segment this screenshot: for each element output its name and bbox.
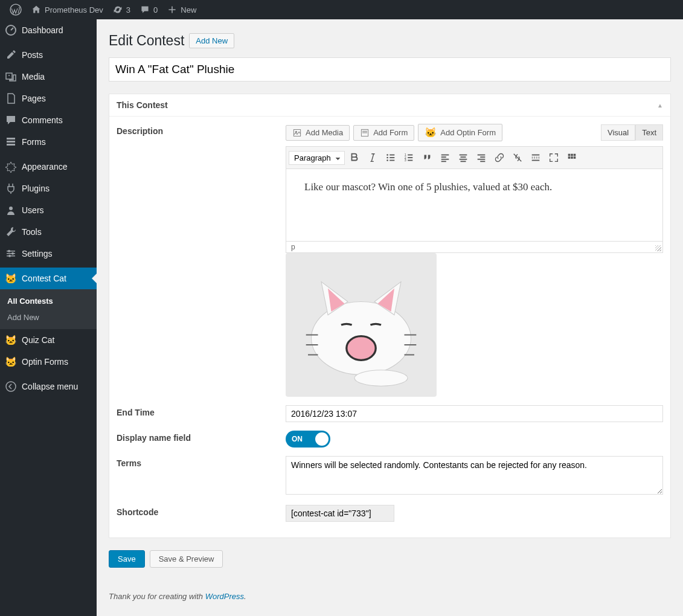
svg-rect-4 — [7, 141, 15, 143]
label: Tools — [22, 227, 42, 237]
align-right-button[interactable] — [473, 149, 490, 166]
sidebar-item-quiz-cat[interactable]: 🐱Quiz Cat — [0, 329, 97, 351]
add-optin-form-button[interactable]: 🐱Add Optin Form — [418, 124, 502, 141]
save-preview-button[interactable]: Save & Preview — [150, 550, 223, 568]
svg-rect-46 — [571, 154, 573, 156]
add-new-button[interactable]: Add New — [189, 33, 234, 48]
svg-rect-48 — [568, 156, 571, 159]
svg-text:3: 3 — [405, 158, 406, 162]
sidebar-item-dashboard[interactable]: Dashboard — [0, 19, 97, 41]
link-button[interactable] — [491, 149, 508, 166]
editor-toolbar: Paragraph 123 — [286, 146, 663, 169]
svg-point-13 — [6, 382, 16, 391]
toggle-knob — [315, 432, 329, 446]
svg-rect-22 — [390, 157, 394, 158]
shortcode-input[interactable] — [286, 505, 394, 522]
label: Forms — [22, 137, 46, 147]
svg-rect-31 — [441, 156, 446, 158]
panel-heading-text: This Contest — [117, 100, 168, 110]
svg-rect-3 — [7, 138, 15, 140]
more-button[interactable] — [527, 149, 544, 166]
page-title: Edit Contest — [109, 33, 184, 49]
bullet-list-button[interactable] — [382, 149, 399, 166]
unlink-button[interactable] — [509, 149, 526, 166]
cat-icon: 🐱 — [5, 334, 17, 346]
sidebar-item-optin-forms[interactable]: 🐱Optin Forms — [0, 351, 97, 373]
new-link[interactable]: New — [162, 5, 201, 14]
blockquote-button[interactable] — [418, 149, 435, 166]
contest-panel: This Contest ▲ Description Add Media Add… — [109, 94, 671, 538]
svg-point-53 — [354, 370, 408, 386]
comments-link[interactable]: 0 — [135, 5, 162, 14]
description-label: Description — [117, 124, 274, 136]
toolbar-toggle-button[interactable] — [563, 149, 580, 166]
contest-title-input[interactable] — [109, 57, 671, 82]
main-content: Edit Contest Add New This Contest ▲ Desc… — [97, 19, 683, 616]
visual-tab[interactable]: Visual — [601, 124, 635, 141]
svg-rect-34 — [460, 155, 467, 156]
panel-heading[interactable]: This Contest ▲ — [109, 94, 670, 117]
label: Dashboard — [22, 25, 63, 35]
svg-rect-29 — [408, 160, 412, 161]
align-left-button[interactable] — [437, 149, 454, 166]
site-link[interactable]: Prometheus Dev — [27, 5, 108, 14]
svg-rect-44 — [532, 160, 540, 161]
sidebar-item-contest-cat[interactable]: 🐱Contest Cat — [0, 268, 97, 289]
sidebar-item-pages[interactable]: Pages — [0, 88, 97, 109]
sidebar-item-forms[interactable]: Forms — [0, 131, 97, 153]
svg-point-6 — [9, 207, 13, 210]
terms-textarea[interactable]: Winners will be selected randomly. Conte… — [286, 456, 663, 495]
add-form-button[interactable]: Add Form — [353, 125, 414, 141]
sidebar-item-settings[interactable]: Settings — [0, 243, 97, 265]
svg-rect-37 — [461, 161, 466, 162]
wordpress-logo-icon[interactable] — [5, 4, 27, 16]
svg-point-18 — [386, 154, 388, 156]
display-name-label: Display name field — [117, 431, 274, 443]
submenu-all-contests[interactable]: All Contests — [0, 293, 97, 309]
svg-rect-41 — [480, 161, 485, 162]
format-select[interactable]: Paragraph — [289, 151, 345, 165]
svg-rect-17 — [362, 132, 367, 133]
save-button[interactable]: Save — [109, 550, 145, 568]
sidebar-item-posts[interactable]: Posts — [0, 44, 97, 66]
svg-rect-47 — [574, 154, 576, 156]
display-name-toggle[interactable]: ON — [286, 431, 330, 448]
fullscreen-button[interactable] — [545, 149, 562, 166]
svg-point-12 — [8, 255, 11, 257]
svg-rect-32 — [441, 159, 449, 160]
sidebar-item-comments[interactable]: Comments — [0, 109, 97, 131]
svg-rect-40 — [478, 159, 486, 160]
updates-link[interactable]: 3 — [108, 5, 135, 14]
sidebar-item-tools[interactable]: Tools — [0, 221, 97, 243]
sidebar-item-plugins[interactable]: Plugins — [0, 178, 97, 199]
add-media-button[interactable]: Add Media — [286, 125, 350, 141]
text-tab[interactable]: Text — [635, 124, 663, 141]
align-center-button[interactable] — [455, 149, 472, 166]
end-time-input[interactable] — [286, 405, 663, 422]
comments-count: 0 — [153, 5, 158, 14]
cat-icon: 🐱 — [5, 356, 17, 368]
label: Settings — [22, 249, 53, 258]
sidebar-item-users[interactable]: Users — [0, 199, 97, 221]
svg-rect-16 — [362, 130, 367, 131]
numbered-list-button[interactable]: 123 — [400, 149, 417, 166]
sidebar-item-media[interactable]: Media — [0, 66, 97, 88]
bold-button[interactable] — [346, 149, 363, 166]
svg-rect-49 — [571, 156, 573, 159]
shortcode-label: Shortcode — [117, 505, 274, 517]
italic-button[interactable] — [364, 149, 381, 166]
contest-image[interactable] — [286, 253, 437, 397]
collapse-menu[interactable]: Collapse menu — [0, 376, 97, 397]
wordpress-link[interactable]: WordPress — [205, 592, 244, 601]
svg-rect-23 — [390, 160, 394, 161]
editor-content[interactable]: Like our mascot? Win one of 5 plushies, … — [286, 169, 663, 242]
end-time-label: End Time — [117, 405, 274, 417]
label: Quiz Cat — [22, 335, 54, 345]
updates-count: 3 — [126, 5, 130, 14]
submenu-add-new[interactable]: Add New — [0, 309, 97, 326]
svg-rect-50 — [574, 156, 576, 159]
sidebar-item-appearance[interactable]: Appearance — [0, 156, 97, 178]
svg-rect-39 — [480, 156, 485, 158]
svg-point-20 — [386, 159, 388, 161]
label: Plugins — [22, 184, 50, 193]
